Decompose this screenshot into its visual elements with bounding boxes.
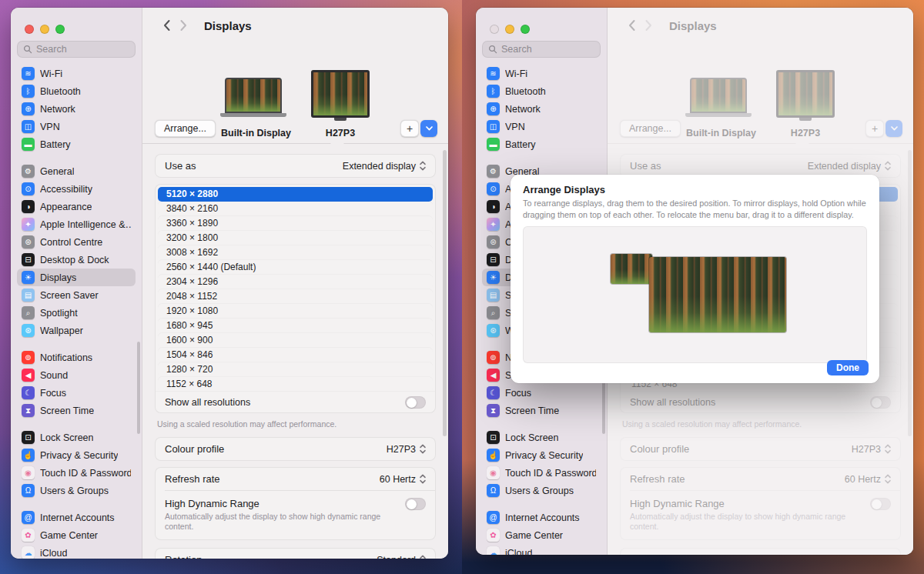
sidebar-item-internet-accounts[interactable]: @Internet Accounts: [17, 509, 136, 526]
sidebar-item-screen-saver[interactable]: ▤Screen Saver: [17, 286, 136, 304]
sidebar-item-label: Control Centre: [40, 237, 102, 248]
sidebar-item-label: Screen Saver: [40, 290, 99, 301]
sidebar-item-control-centre[interactable]: ⊜Control Centre: [17, 233, 136, 251]
spotlight-icon: ⌕: [22, 306, 35, 319]
resolution-option[interactable]: 1680 × 945: [158, 319, 433, 333]
external-display-thumb[interactable]: H27P3: [311, 70, 370, 138]
sidebar-item-touch-id[interactable]: ◉Touch ID & Password: [17, 464, 136, 482]
resolution-option[interactable]: 3840 × 2160: [158, 202, 433, 216]
displays-icon: ☀: [22, 271, 35, 284]
sidebar-item-network[interactable]: ⊕Network: [482, 100, 601, 118]
vpn-icon: ◫: [22, 120, 35, 133]
resolution-option[interactable]: 5120 × 2880: [158, 187, 433, 202]
sidebar-item-screen-time[interactable]: ⧗Screen Time: [17, 402, 136, 419]
close-button[interactable]: [490, 25, 499, 34]
arranged-built-in-display[interactable]: [611, 254, 652, 284]
arrange-button[interactable]: Arrange...: [155, 120, 216, 137]
sidebar-item-lock-screen[interactable]: ⊡Lock Screen: [482, 429, 601, 446]
resolution-option[interactable]: 1152 × 648: [158, 377, 433, 392]
sidebar-item-sound[interactable]: ◀Sound: [17, 366, 136, 384]
sidebar-item-network[interactable]: ⊕Network: [17, 100, 136, 118]
rotation-select[interactable]: Standard: [377, 555, 426, 559]
privacy-security-icon: ☝: [22, 449, 35, 462]
sidebar-item-label: Wallpaper: [40, 325, 83, 336]
arranged-external-display[interactable]: [649, 257, 786, 332]
minimize-button[interactable]: [505, 25, 514, 34]
built-in-display-thumb[interactable]: Built-in Display: [221, 78, 291, 138]
sidebar-item-label: Game Center: [40, 530, 98, 541]
sidebar-item-label: Battery: [505, 139, 536, 150]
sidebar-item-label: Battery: [40, 139, 71, 150]
rotation-label: Rotation: [165, 554, 202, 559]
use-as-select[interactable]: Extended display: [343, 161, 426, 172]
sidebar-item-screen-time[interactable]: ⧗Screen Time: [482, 402, 601, 419]
sidebar-item-general[interactable]: ⚙General: [17, 162, 136, 180]
add-display-button[interactable]: +: [400, 120, 419, 137]
hdr-toggle[interactable]: [405, 498, 426, 510]
sidebar-item-accessibility[interactable]: ⊙Accessibility: [17, 180, 136, 198]
zoom-button[interactable]: [521, 25, 530, 34]
zoom-button[interactable]: [55, 25, 65, 34]
users-groups-icon: Ω: [487, 484, 500, 497]
sidebar-item-desktop-dock[interactable]: ⊟Desktop & Dock: [17, 251, 136, 269]
sidebar-item-vpn[interactable]: ◫VPN: [17, 118, 136, 135]
displays-pane: Displays Built-in Display H27P3: [142, 8, 448, 559]
resolution-option[interactable]: 2304 × 1296: [158, 275, 433, 289]
forward-button[interactable]: [175, 17, 192, 34]
sidebar-item-label: Users & Groups: [40, 486, 109, 496]
sidebar-item-label: Sound: [40, 370, 68, 381]
done-button[interactable]: Done: [827, 360, 869, 375]
colour-profile-select[interactable]: H27P3: [387, 444, 426, 455]
sidebar-item-bluetooth[interactable]: ᛒBluetooth: [17, 82, 136, 100]
sidebar-item-icloud[interactable]: ☁iCloud: [482, 544, 601, 555]
sidebar-item-notifications[interactable]: ⊚Notifications: [17, 349, 136, 366]
sidebar-scrollbar[interactable]: [137, 342, 140, 434]
back-button[interactable]: [158, 17, 175, 34]
lock-screen-icon: ⊡: [22, 431, 35, 444]
sidebar-item-privacy-security[interactable]: ☝Privacy & Security: [17, 446, 136, 464]
content-scrollbar[interactable]: [443, 150, 447, 436]
sidebar-item-apple-intelligence[interactable]: ✦Apple Intelligence &…: [17, 215, 136, 233]
sidebar-item-spotlight[interactable]: ⌕Spotlight: [17, 304, 136, 322]
sidebar-item-bluetooth[interactable]: ᛒBluetooth: [482, 82, 601, 100]
search-input[interactable]: Search: [17, 41, 136, 58]
sidebar-item-users-groups[interactable]: ΩUsers & Groups: [482, 482, 601, 499]
sidebar-item-battery[interactable]: ▬Battery: [17, 135, 136, 153]
resolution-option[interactable]: 1920 × 1080: [158, 304, 433, 319]
sidebar-item-privacy-security[interactable]: ☝Privacy & Security: [482, 446, 601, 464]
resolution-option[interactable]: 1600 × 900: [158, 333, 433, 348]
bluetooth-icon: ᛒ: [22, 85, 35, 98]
sidebar-item-game-center[interactable]: ✿Game Center: [17, 526, 136, 544]
sidebar-item-wallpaper[interactable]: ⊛Wallpaper: [17, 322, 136, 339]
resolution-option[interactable]: 1504 × 846: [158, 348, 433, 362]
sidebar-item-displays[interactable]: ☀Displays: [17, 269, 136, 286]
show-all-resolutions-toggle[interactable]: [405, 396, 426, 409]
minimize-button[interactable]: [40, 25, 49, 34]
resolution-option[interactable]: 3360 × 1890: [158, 216, 433, 231]
sidebar-item-touch-id[interactable]: ◉Touch ID & Password: [482, 464, 601, 482]
sidebar-item-focus[interactable]: ☾Focus: [17, 384, 136, 402]
arrangement-area[interactable]: [523, 226, 867, 363]
sidebar-item-lock-screen[interactable]: ⊡Lock Screen: [17, 429, 136, 446]
resolution-option[interactable]: 1280 × 720: [158, 362, 433, 377]
add-display-menu-button[interactable]: [420, 120, 437, 137]
resolution-option[interactable]: 3008 × 1692: [158, 245, 433, 260]
sidebar-item-appearance[interactable]: ◑Appearance: [17, 198, 136, 215]
sidebar-item-internet-accounts[interactable]: @Internet Accounts: [482, 509, 601, 526]
resolution-option[interactable]: 3200 × 1800: [158, 231, 433, 245]
sidebar-item-wifi[interactable]: ≋Wi-Fi: [17, 65, 136, 82]
sidebar-item-focus[interactable]: ☾Focus: [482, 384, 601, 402]
sidebar-item-icloud[interactable]: ☁iCloud: [17, 544, 136, 559]
sidebar-item-vpn[interactable]: ◫VPN: [482, 118, 601, 135]
header-divider: [142, 143, 448, 144]
displays-icon: ☀: [487, 271, 500, 284]
sidebar-item-users-groups[interactable]: ΩUsers & Groups: [17, 482, 136, 499]
search-input[interactable]: Search: [482, 41, 601, 58]
sidebar-item-game-center[interactable]: ✿Game Center: [482, 526, 601, 544]
close-button[interactable]: [25, 25, 34, 34]
refresh-rate-select[interactable]: 60 Hertz: [380, 474, 426, 485]
sidebar-item-battery[interactable]: ▬Battery: [482, 135, 601, 153]
resolution-option[interactable]: 2048 × 1152: [158, 289, 433, 304]
sidebar-item-wifi[interactable]: ≋Wi-Fi: [482, 65, 601, 82]
resolution-option[interactable]: 2560 × 1440 (Default): [158, 260, 433, 275]
